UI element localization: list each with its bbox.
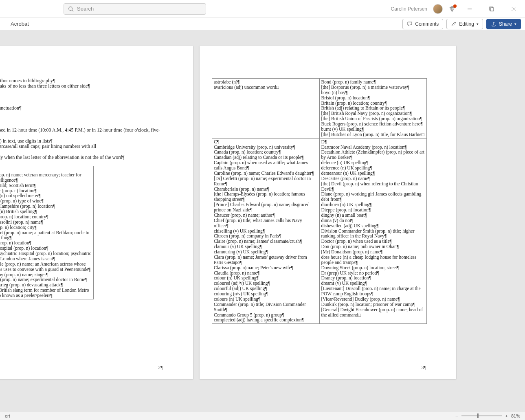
page-number: 2¶ (158, 365, 163, 371)
zoom-out-button[interactable]: − (455, 413, 458, 418)
svg-point-0 (69, 7, 72, 10)
ribbon: Acrobat Comments Editing ▾ Share ▾ (0, 18, 525, 30)
status-left: ert (5, 413, 10, 418)
minimize-button[interactable] (461, 3, 478, 15)
dictionary-table-page2: rcase, with periods; British style¶ Asyl… (0, 166, 94, 299)
status-bar: ert − + 81% (0, 411, 525, 420)
comment-icon (407, 21, 413, 27)
chevron-down-icon: ▾ (477, 22, 479, 26)
page-2: spaced 3-em dashes for repeated author n… (0, 46, 193, 379)
comments-label: Comments (415, 21, 439, 27)
tab-acrobat[interactable]: Acrobat (11, 21, 29, 27)
share-label: Share (499, 21, 512, 27)
page-3: astrolabe (n)¶avaricious (adj) uncommon … (200, 46, 456, 379)
zoom-slider[interactable] (461, 415, 502, 416)
ribbon-tabs: Acrobat (4, 21, 29, 27)
share-button[interactable]: Share ▾ (486, 19, 521, 29)
document-area[interactable]: spaced 3-em dashes for repeated author n… (0, 30, 525, 411)
page-number: 3¶ (422, 365, 426, 371)
titlebar: Search Carolin Petersen (0, 0, 525, 18)
username: Carolin Petersen (391, 6, 427, 12)
search-placeholder: Search (77, 6, 94, 12)
notification-dot (453, 4, 457, 8)
zoom-in-button[interactable]: + (505, 413, 508, 418)
search-input[interactable]: Search (64, 3, 206, 15)
avatar[interactable] (433, 4, 443, 14)
editing-button[interactable]: Editing ▾ (446, 19, 483, 29)
svg-rect-4 (490, 8, 494, 11)
svg-line-1 (72, 10, 74, 11)
maximize-button[interactable] (483, 3, 500, 15)
comments-button[interactable]: Comments (402, 19, 443, 29)
zoom-level: 81% (511, 413, 520, 418)
pencil-icon (451, 21, 457, 27)
share-icon (491, 21, 496, 27)
dictionary-table-page3: astrolabe (n)¶avaricious (adj) uncommon … (212, 78, 427, 324)
chevron-down-icon: ▾ (514, 22, 516, 26)
editing-label: Editing (459, 21, 474, 27)
search-icon (68, 6, 74, 12)
diamond-icon[interactable] (448, 5, 456, 13)
titlebar-right: Carolin Petersen (391, 3, 522, 15)
close-button[interactable] (505, 3, 522, 15)
